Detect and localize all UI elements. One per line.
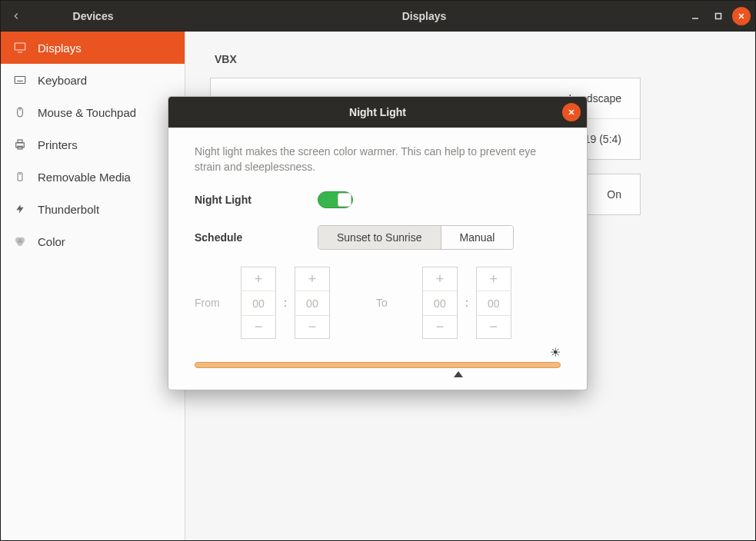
svg-rect-10 [16, 143, 25, 148]
sidebar-item-label: Thunderbolt [38, 203, 99, 216]
sidebar-item-label: Removable Media [38, 171, 131, 184]
svg-marker-15 [16, 204, 23, 214]
from-hour-value: 00 [241, 290, 275, 315]
svg-point-18 [17, 241, 23, 247]
nightlight-value: On [607, 188, 621, 201]
sidebar-item-keyboard[interactable]: Keyboard [1, 64, 185, 96]
to-hour-value: 00 [423, 290, 457, 315]
from-hour-up[interactable]: + [241, 267, 275, 290]
close-dialog-button[interactable] [562, 103, 581, 121]
back-button[interactable] [1, 1, 32, 32]
color-icon [13, 234, 27, 248]
sidebar-item-label: Mouse & Touchpad [38, 106, 136, 119]
monitor-name: VBX [215, 53, 731, 65]
dialog-titlebar: Night Light [168, 97, 587, 128]
night-light-dialog: Night Light Night light makes the screen… [168, 96, 588, 390]
night-light-toggle-label: Night Light [195, 194, 318, 206]
display-icon [13, 41, 27, 55]
window-controls [686, 1, 751, 32]
mouse-icon [13, 105, 27, 119]
usb-icon [13, 170, 27, 184]
color-temperature-slider[interactable]: ☀ [195, 362, 561, 368]
sidebar-item-label: Displays [38, 41, 82, 55]
to-min-down[interactable]: − [477, 315, 511, 338]
from-time-group: From + 00 − : + 00 − [195, 267, 330, 339]
sidebar-item-displays[interactable]: Displays [1, 32, 185, 64]
titlebar: Devices Displays [1, 1, 755, 32]
from-min-up[interactable]: + [295, 267, 329, 290]
sidebar-item-label: Keyboard [38, 74, 87, 87]
from-min-value: 00 [295, 290, 329, 315]
from-min-spinner: + 00 − [295, 267, 330, 339]
schedule-manual-option[interactable]: Manual [441, 226, 514, 249]
colon: : [284, 297, 287, 309]
schedule-label: Schedule [195, 231, 318, 244]
svg-rect-4 [15, 43, 25, 50]
schedule-segmented: Sunset to Sunrise Manual [318, 225, 514, 250]
dialog-description: Night light makes the screen color warme… [195, 144, 561, 174]
night-light-toggle[interactable] [318, 191, 353, 208]
to-hour-down[interactable]: − [423, 315, 457, 338]
svg-rect-11 [18, 140, 22, 143]
page-title: Displays [185, 10, 663, 22]
thunderbolt-icon [13, 202, 27, 216]
dialog-title: Night Light [349, 106, 406, 118]
minimize-button[interactable] [686, 7, 704, 25]
sidebar-item-removable-media[interactable]: Removable Media [1, 161, 185, 193]
to-min-value: 00 [477, 290, 511, 315]
maximize-button[interactable] [709, 7, 728, 25]
colon: : [465, 297, 468, 309]
svg-rect-6 [15, 77, 25, 84]
sidebar-item-mouse[interactable]: Mouse & Touchpad [1, 96, 185, 128]
sidebar-item-thunderbolt[interactable]: Thunderbolt [1, 193, 185, 225]
from-hour-down[interactable]: − [241, 315, 275, 338]
warmth-icon: ☀ [550, 345, 561, 360]
schedule-sunset-option[interactable]: Sunset to Sunrise [318, 226, 441, 249]
sidebar-item-label: Color [38, 235, 65, 248]
to-min-spinner: + 00 − [476, 267, 511, 339]
from-hour-spinner: + 00 − [241, 267, 276, 339]
to-hour-spinner: + 00 − [422, 267, 458, 339]
close-window-button[interactable] [732, 7, 751, 25]
slider-thumb[interactable] [454, 371, 463, 377]
to-hour-up[interactable]: + [423, 267, 457, 290]
keyboard-icon [13, 73, 27, 87]
from-label: From [195, 297, 233, 309]
sidebar-item-label: Printers [38, 138, 78, 151]
sidebar-item-color[interactable]: Color [1, 225, 185, 257]
sidebar: Displays Keyboard Mouse & Touchpad Print… [1, 32, 185, 540]
to-label: To [376, 297, 415, 309]
from-min-down[interactable]: − [295, 315, 329, 338]
sidebar-item-printers[interactable]: Printers [1, 128, 185, 161]
to-min-up[interactable]: + [477, 267, 511, 290]
printer-icon [13, 138, 27, 151]
svg-rect-1 [716, 14, 721, 19]
to-time-group: To + 00 − : + 00 − [376, 267, 511, 339]
